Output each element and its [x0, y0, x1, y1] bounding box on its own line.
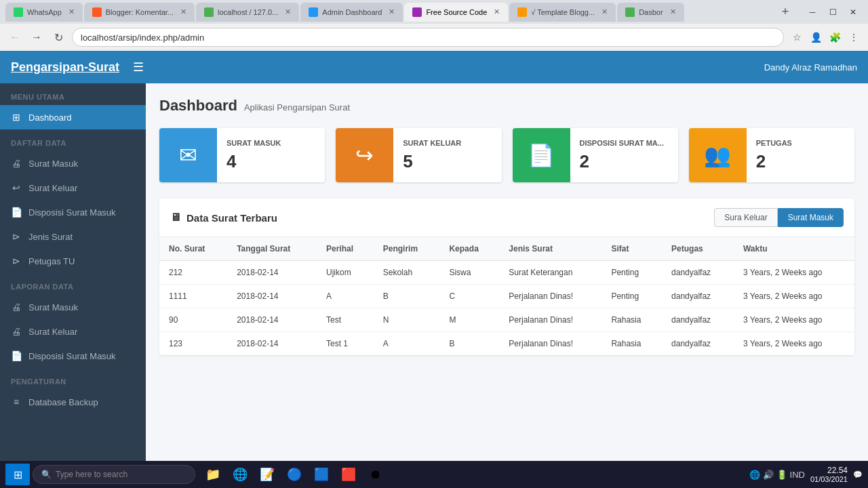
cell-0-2: Ujikom	[317, 261, 374, 285]
cell-3-7: dandyalfaz	[662, 332, 734, 356]
user-name: Dandy Alraz Ramadhan	[764, 62, 857, 73]
volume-icon: 🔊	[763, 470, 774, 480]
surat-masuk-icon: 🖨	[11, 158, 22, 169]
browser-tab-admin-dashboard[interactable]: Admin Dashboard ✕	[300, 3, 403, 22]
dashboard-subtitle: Aplikasi Pengarsipan Surat	[244, 102, 350, 113]
stat-card-disposisi: 📄 DISPOSISI SURAT MA... 2	[513, 128, 678, 182]
stat-card-value-surat-keluar: 5	[403, 151, 492, 172]
stat-card-label-surat-keluar: SURAT KELUAR	[403, 139, 492, 147]
window-controls: ─ ☐ ✕	[803, 3, 863, 22]
cell-3-3: A	[374, 332, 440, 356]
maximize-button[interactable]: ☐	[823, 3, 842, 22]
cell-0-8: 3 Years, 2 Weeks ago	[734, 261, 854, 285]
top-nav-left: Pengarsipan-Surat ☰	[11, 60, 144, 75]
taskbar-search[interactable]: 🔍 Type here to search	[33, 465, 195, 484]
sidebar-item-petugas-tu[interactable]: ⊳ Petugas TU	[0, 249, 146, 273]
browser-tab-localhost[interactable]: localhost / 127.0... ✕	[196, 3, 299, 22]
sidebar-label-laporan-surat-keluar: Surat Keluar	[28, 327, 77, 337]
browser-actions: ☆ 👤 🧩 ⋮	[789, 30, 861, 45]
dashboard-title: Dashboard	[159, 97, 237, 115]
cell-0-3: Sekolah	[374, 261, 440, 285]
cell-0-4: Siswa	[439, 261, 499, 285]
cell-1-1: 2018-02-14	[227, 285, 317, 308]
menu-button[interactable]: ⋮	[846, 30, 861, 45]
sidebar-item-dashboard[interactable]: ⊞ Dashboard	[0, 105, 146, 129]
taskbar-sys-icons: 🌐 🔊 🔋 IND	[749, 470, 805, 480]
cell-3-1: 2018-02-14	[227, 332, 317, 356]
sidebar-section-laporan-data: LAPORAN DATA	[0, 273, 146, 295]
table-row: 2122018-02-14UjikomSekolahSiswaSurat Ket…	[159, 261, 854, 285]
cell-3-4: B	[439, 332, 499, 356]
browser-tab-free-source-code[interactable]: Free Source Code ✕	[404, 3, 508, 22]
sidebar-label-surat-masuk: Surat Masuk	[28, 159, 78, 169]
sidebar-item-surat-masuk[interactable]: 🖨 Surat Masuk	[0, 151, 146, 176]
bookmark-button[interactable]: ☆	[789, 30, 804, 45]
browser-tab-template-blog[interactable]: √ Template Blogg... ✕	[509, 3, 616, 22]
cell-0-7: dandyalfaz	[662, 261, 734, 285]
stat-card-icon-petugas: 👥	[689, 128, 747, 182]
sidebar-section-menu-utama: MENU UTAMA	[0, 83, 146, 105]
browser-title-bar: WhatsApp ✕ Blogger: Komentar... ✕ localh…	[0, 0, 868, 24]
taskbar-time: 22.54 01/03/2021	[810, 466, 848, 483]
taskbar-app-4[interactable]: 🟦	[309, 462, 334, 487]
data-section: 🖥 Data Surat Terbaru Sura KeluarSurat Ma…	[159, 199, 854, 355]
sidebar-section-pengaturan: PENGATURAN	[0, 368, 146, 390]
petugas-tu-icon: ⊳	[11, 256, 22, 266]
col-pengirim: Pengirim	[374, 237, 440, 261]
tab-btn-surat-masuk[interactable]: Surat Masuk	[778, 208, 844, 227]
sidebar-label-dashboard: Dashboard	[28, 113, 72, 123]
new-tab-button[interactable]: +	[776, 3, 795, 22]
col-waktu: Waktu	[734, 237, 854, 261]
taskbar-app-0[interactable]: 📁	[201, 462, 225, 487]
cell-2-1: 2018-02-14	[227, 308, 317, 332]
sidebar-item-database-backup[interactable]: ≡ Database Backup	[0, 390, 146, 414]
date: 01/03/2021	[810, 475, 848, 483]
browser-tab-dasbor[interactable]: Dasbor ✕	[617, 3, 684, 22]
stat-card-value-petugas: 2	[756, 151, 845, 172]
stat-card-label-petugas: PETUGAS	[756, 139, 845, 147]
sidebar-item-disposisi-surat-masuk[interactable]: 📄 Disposisi Surat Masuk	[0, 200, 146, 224]
hamburger-menu[interactable]: ☰	[133, 60, 144, 75]
table-row: 902018-02-14TestNMPerjalanan Dinas!Rahas…	[159, 308, 854, 332]
sidebar-label-petugas-tu: Petugas TU	[28, 256, 75, 266]
stat-card-value-surat-masuk: 4	[226, 151, 315, 172]
address-bar[interactable]: localhost/arsip/index.php/admin	[72, 28, 784, 47]
cell-3-6: Rahasia	[601, 332, 662, 356]
cell-0-0: 212	[159, 261, 227, 285]
browser-tab-whatsapp[interactable]: WhatsApp ✕	[5, 3, 83, 22]
start-button[interactable]: ⊞	[5, 464, 30, 485]
taskbar-app-1[interactable]: 🌐	[228, 462, 252, 487]
browser-tab-blogger[interactable]: Blogger: Komentar... ✕	[84, 3, 195, 22]
sidebar-item-laporan-disposisi[interactable]: 📄 Disposisi Surat Masuk	[0, 344, 146, 368]
dashboard-icon: ⊞	[11, 112, 22, 123]
stat-card-surat-keluar: ↪ SURAT KELUAR 5	[336, 128, 501, 182]
sidebar-item-jenis-surat[interactable]: ⊳ Jenis Surat	[0, 224, 146, 249]
dashboard-header: Dashboard Aplikasi Pengarsipan Surat	[159, 97, 854, 115]
sidebar-item-surat-keluar[interactable]: ↩ Surat Keluar	[0, 176, 146, 200]
back-button[interactable]: ←	[7, 29, 23, 45]
profile-button[interactable]: 👤	[808, 30, 823, 45]
sidebar-item-laporan-surat-keluar[interactable]: 🖨 Surat Keluar	[0, 319, 146, 344]
app-container: Pengarsipan-Surat ☰ Dandy Alraz Ramadhan…	[0, 51, 868, 461]
sidebar-item-laporan-surat-masuk[interactable]: 🖨 Surat Masuk	[0, 295, 146, 319]
col-jenis-surat: Jenis Surat	[499, 237, 601, 261]
sidebar: MENU UTAMA ⊞ Dashboard DAFTAR DATA 🖨 Sur…	[0, 83, 146, 461]
taskbar-app-5[interactable]: 🟥	[336, 462, 361, 487]
sidebar-label-disposisi-surat-masuk: Disposisi Surat Masuk	[28, 207, 116, 218]
extensions-button[interactable]: 🧩	[827, 30, 842, 45]
cell-1-0: 1111	[159, 285, 227, 308]
close-button[interactable]: ✕	[844, 3, 863, 22]
taskbar-app-3[interactable]: 🔵	[282, 462, 307, 487]
sidebar-label-jenis-surat: Jenis Surat	[28, 232, 73, 242]
database-backup-icon: ≡	[11, 396, 22, 407]
taskbar-app-6[interactable]: ⏺	[363, 462, 388, 487]
tab-btn-sura-keluar[interactable]: Sura Keluar	[714, 208, 777, 227]
forward-button[interactable]: →	[28, 29, 45, 45]
laporan-surat-masuk-icon: 🖨	[11, 302, 22, 312]
minimize-button[interactable]: ─	[803, 3, 822, 22]
taskbar-app-2[interactable]: 📝	[255, 462, 279, 487]
stat-card-label-disposisi: DISPOSISI SURAT MA...	[580, 139, 669, 147]
search-icon: 🔍	[41, 470, 52, 479]
browser-chrome: WhatsApp ✕ Blogger: Komentar... ✕ localh…	[0, 0, 868, 51]
reload-button[interactable]: ↻	[50, 29, 66, 45]
